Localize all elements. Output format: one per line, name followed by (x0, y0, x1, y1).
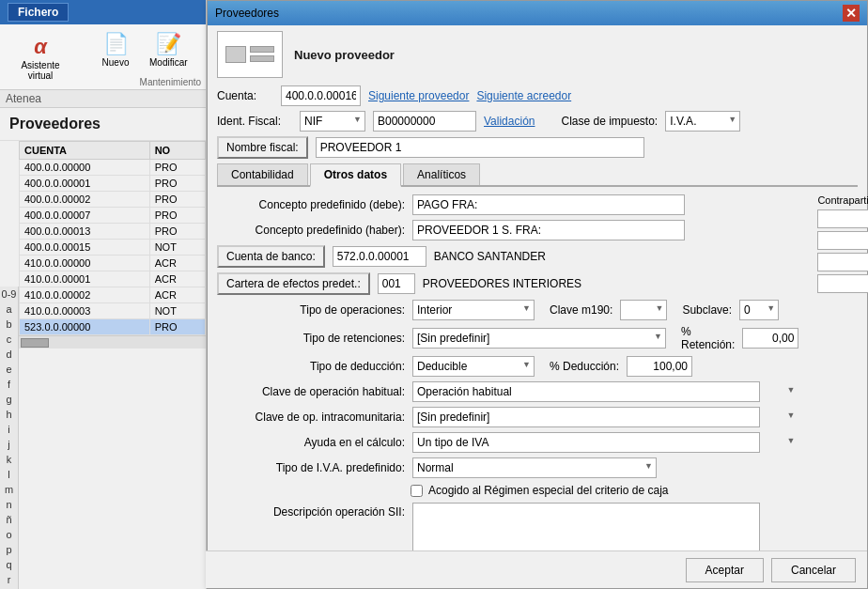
cell-cuenta: 410.0.0.00003 (20, 303, 150, 319)
main-dialog: Proveedores ✕ Nuevo proveedor Cuenta: (207, 0, 868, 589)
nuevo-icon: 📄 (101, 31, 131, 57)
clave-intra-select[interactable]: [Sin predefinir] (412, 407, 760, 427)
cell-cuenta: 400.0.0.00001 (20, 176, 150, 192)
nombre-fiscal-button[interactable]: Nombre fiscal: (217, 136, 308, 159)
cuenta-row: Cuenta: Siguiente proveedor Siguiente ac… (217, 85, 858, 106)
ident-fiscal-select[interactable]: NIF (300, 111, 365, 132)
alpha-e[interactable]: e (0, 362, 18, 377)
alpha-k[interactable]: k (0, 452, 18, 467)
contrapartida-input-3[interactable] (817, 253, 868, 271)
table-row[interactable]: 523.0.0.00000PRO (20, 319, 206, 335)
cuenta-banco-button[interactable]: Cuenta de banco: (217, 245, 325, 268)
tipo-ded-select[interactable]: Deducible (412, 356, 535, 377)
cell-cuenta: 400.0.0.00000 (20, 160, 150, 176)
table-row[interactable]: 400.0.0.00002PRO (20, 192, 206, 208)
table-row[interactable]: 400.0.0.00015NOT (20, 240, 206, 256)
table-row[interactable]: 400.0.0.00007PRO (20, 208, 206, 224)
tab-otros-datos[interactable]: Otros datos (310, 163, 401, 187)
table-row[interactable]: 410.0.0.00003NOT (20, 303, 206, 319)
dialog-body: Nuevo proveedor Cuenta: Siguiente provee… (208, 25, 867, 572)
validacion-link[interactable]: Validación (484, 115, 535, 128)
alpha-m[interactable]: m (0, 482, 18, 497)
main-fields: Concepto predefinido (debe): Concepto pr… (217, 194, 798, 566)
cuenta-banco-row: Cuenta de banco: BANCO SANTANDER (217, 245, 798, 268)
clave-op-row: Clave de operación habitual: Operación h… (217, 381, 798, 402)
alpha-g[interactable]: g (0, 392, 18, 407)
tipo-deduccion-row: Tipo de deducción: Deducible % Deducción… (217, 356, 798, 377)
contrapartida-input-2[interactable] (817, 231, 868, 250)
close-button[interactable]: ✕ (843, 5, 860, 22)
cartera-code[interactable] (378, 273, 415, 294)
alpha-d[interactable]: d (0, 347, 18, 362)
alpha-h[interactable]: h (0, 407, 18, 422)
cell-cuenta: 410.0.0.00002 (20, 287, 150, 303)
contrapartida-input-1[interactable] (817, 209, 868, 228)
alpha-0-9[interactable]: 0-9 (0, 287, 18, 302)
tab-contabilidad[interactable]: Contabilidad (217, 163, 308, 185)
cell-nombre: PRO (149, 224, 205, 240)
modificar-btn[interactable]: 📝 Modificar (141, 26, 196, 75)
concepto-haber-input[interactable] (412, 220, 685, 240)
horizontal-scrollbar[interactable] (19, 335, 206, 349)
concepto-debe-input[interactable] (412, 194, 685, 215)
cuenta-banco-code[interactable] (333, 246, 426, 267)
tipo-operaciones-row: Tipo de operaciones: Interior Clave m190… (217, 300, 798, 320)
siguiente-acreedor-link[interactable]: Siguiente acreedor (476, 89, 571, 102)
nombre-fiscal-input[interactable] (316, 137, 644, 158)
clave-op-select[interactable]: Operación habitual (412, 381, 760, 402)
modificar-label: Modificar (149, 57, 188, 68)
modificar-icon: 📝 (153, 31, 183, 57)
tipo-retenciones-row: Tipo de retenciones: [Sin predefinir] % … (217, 325, 798, 351)
alpha-l[interactable]: l (0, 467, 18, 482)
table-row[interactable]: 410.0.0.00000ACR (20, 256, 206, 271)
alpha-c[interactable]: c (0, 332, 18, 347)
tab-analiticos[interactable]: Analíticos (403, 163, 480, 185)
alpha-q[interactable]: q (0, 557, 18, 572)
cuenta-input[interactable] (281, 85, 361, 106)
table-row[interactable]: 400.0.0.00013PRO (20, 224, 206, 240)
ident-fiscal-input[interactable] (373, 111, 476, 132)
contrapartidas-section: Contrapartidas (F10) ... ... ... ... ... (817, 194, 868, 566)
siguiente-proveedor-link[interactable]: Siguiente proveedor (368, 89, 469, 102)
clase-impuesto-select[interactable]: I.V.A. (665, 111, 740, 132)
tipo-op-select[interactable]: Interior (412, 300, 535, 320)
alpha-o[interactable]: o (0, 527, 18, 542)
pct-ded-input[interactable] (627, 356, 692, 377)
cell-cuenta: 400.0.0.00002 (20, 192, 150, 208)
aceptar-button[interactable]: Aceptar (686, 558, 764, 582)
clave-m190-select[interactable] (620, 300, 667, 320)
table-row[interactable]: 410.0.0.00002ACR (20, 287, 206, 303)
alpha-p[interactable]: p (0, 542, 18, 557)
ayuda-select[interactable]: Un tipo de IVA (412, 432, 760, 453)
fichero-menu[interactable]: Fichero (8, 3, 69, 22)
nuevo-btn[interactable]: 📄 Nuevo (92, 26, 139, 75)
pct-ret-input[interactable] (742, 328, 798, 349)
alpha-i[interactable]: i (0, 422, 18, 437)
cell-cuenta: 410.0.0.00001 (20, 271, 150, 287)
cancelar-button[interactable]: Cancelar (771, 558, 856, 582)
alpha-r[interactable]: r (0, 572, 18, 587)
acogido-label: Acogido al Régimen especial del criterio… (428, 484, 668, 497)
alpha-n[interactable]: n (0, 497, 18, 512)
alpha-links[interactable]: 0-9abcdefghijklmnñopqrstuvwxyz (0, 287, 18, 589)
table-row[interactable]: 410.0.0.00001ACR (20, 271, 206, 287)
table-row[interactable]: 400.0.0.00000PRO (20, 160, 206, 176)
alpha-a[interactable]: a (0, 302, 18, 317)
contrapartida-row-3: ... ... (817, 253, 868, 271)
alpha-b[interactable]: b (0, 317, 18, 332)
subclave-select[interactable]: 0 (739, 300, 779, 320)
tipo-iva-select[interactable]: Normal (412, 457, 657, 478)
table-row[interactable]: 400.0.0.00001PRO (20, 176, 206, 192)
alpha-ñ[interactable]: ñ (0, 512, 18, 527)
acogido-checkbox[interactable] (411, 485, 423, 497)
ayuda-wrapper: Un tipo de IVA (412, 432, 798, 453)
alpha-f[interactable]: f (0, 377, 18, 392)
asistente-btn[interactable]: α Asistente virtual (8, 29, 73, 85)
cartera-button[interactable]: Cartera de efectos predet.: (217, 272, 370, 295)
dialog-titlebar: Proveedores ✕ (208, 1, 867, 25)
tipo-ret-select[interactable]: [Sin predefinir] (412, 328, 666, 349)
contrapartida-input-4[interactable] (817, 274, 868, 293)
cell-nombre: PRO (149, 208, 205, 224)
cartera-row: Cartera de efectos predet.: PROVEEDORES … (217, 272, 798, 295)
alpha-j[interactable]: j (0, 437, 18, 452)
